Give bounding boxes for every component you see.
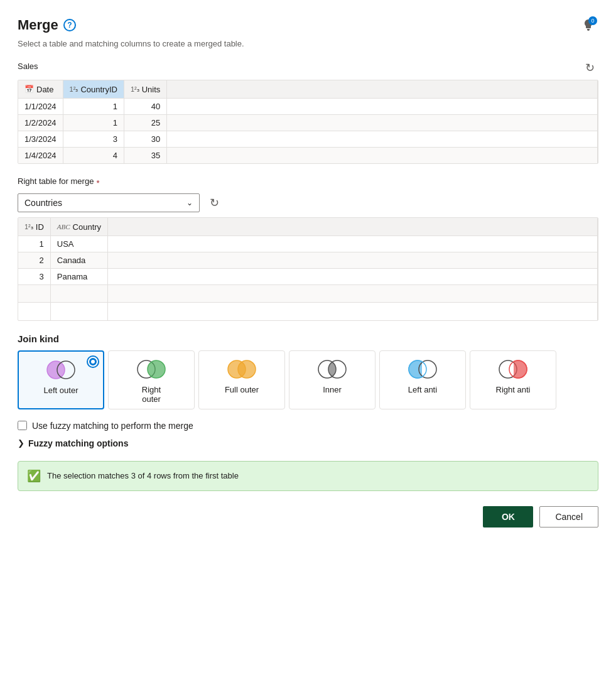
chevron-right-icon: ❯: [18, 438, 24, 448]
countries-col-id[interactable]: 1²₃ ID: [18, 218, 50, 236]
fuzzy-matching-row: Use fuzzy matching to perform the merge: [18, 421, 598, 431]
sales-col-countryid-label: CountryID: [80, 85, 117, 94]
help-icon[interactable]: ?: [63, 19, 76, 31]
success-icon: ✅: [27, 469, 41, 483]
sales-countryid-1: 1: [63, 99, 124, 115]
table-row: 1 USA: [18, 236, 598, 252]
join-label-full-outer: Full outer: [225, 385, 259, 394]
sales-empty-1: [167, 99, 598, 115]
sales-col-date[interactable]: 📅 Date: [18, 80, 63, 99]
sales-countryid-3: 3: [63, 131, 124, 148]
sales-empty-4: [167, 148, 598, 164]
sales-refresh-button[interactable]: ↻: [581, 60, 598, 76]
countries-col-empty: [108, 218, 598, 236]
table-row: [18, 285, 598, 303]
table-row: 1/4/2024 4 35: [18, 148, 598, 164]
countries-col-country[interactable]: ABC Country: [50, 218, 107, 236]
123-icon-countryid: 1²₃: [70, 85, 78, 94]
svg-point-3: [148, 360, 165, 378]
fuzzy-options-section[interactable]: ❯ Fuzzy matching options: [18, 438, 598, 448]
left-outer-venn: [43, 358, 78, 382]
footer: OK Cancel: [18, 506, 598, 527]
countries-table: 1²₃ ID ABC Country 1 USA: [18, 218, 598, 320]
countries-col-id-label: ID: [36, 222, 44, 232]
subtitle: Select a table and matching columns to c…: [18, 39, 598, 48]
join-options: Left outer Rightouter Full outer Inner: [18, 350, 598, 409]
dialog-title: Merge: [18, 17, 58, 33]
bulb-badge: 0: [588, 16, 597, 25]
ok-button[interactable]: OK: [483, 506, 533, 527]
countries-col-country-label: Country: [73, 222, 102, 232]
abc-icon-country: ABC: [57, 223, 70, 230]
join-option-right-outer[interactable]: Rightouter: [108, 350, 195, 409]
join-option-inner[interactable]: Inner: [289, 350, 376, 409]
full-outer-venn: [224, 357, 259, 381]
join-option-left-outer[interactable]: Left outer: [18, 350, 104, 409]
join-label-right-outer: Rightouter: [142, 385, 161, 404]
bulb-icon[interactable]: 0: [578, 15, 598, 35]
table-row: 1/3/2024 3 30: [18, 131, 598, 148]
sales-col-countryid[interactable]: 1²₃ CountryID: [63, 80, 124, 99]
dropdown-value: Countries: [24, 198, 62, 208]
sales-empty-3: [167, 131, 598, 148]
required-marker: *: [96, 178, 99, 188]
countries-table-wrapper: 1²₃ ID ABC Country 1 USA: [18, 217, 598, 321]
table-row: 2 Canada: [18, 252, 598, 269]
svg-point-5: [238, 360, 256, 378]
sales-table-label: Sales: [18, 62, 38, 71]
table-row: 1/2/2024 1 25: [18, 115, 598, 131]
join-label-left-anti: Left anti: [408, 385, 437, 394]
right-table-refresh-button[interactable]: ↻: [206, 195, 223, 211]
countries-id-1: 1: [18, 236, 50, 252]
join-option-full-outer[interactable]: Full outer: [198, 350, 285, 409]
fuzzy-matching-checkbox[interactable]: [18, 421, 27, 430]
right-table-label: Right table for merge: [18, 176, 94, 186]
sales-col-units[interactable]: 1²₃ Units: [124, 80, 166, 99]
123-icon-id: 1²₃: [24, 223, 33, 231]
success-message: The selection matches 3 of 4 rows from t…: [47, 471, 239, 480]
sales-date-3: 1/3/2024: [18, 131, 63, 148]
sales-countryid-4: 4: [63, 148, 124, 164]
sales-date-2: 1/2/2024: [18, 115, 63, 131]
123-icon-units: 1²₃: [131, 85, 139, 94]
right-outer-venn: [134, 357, 169, 381]
sales-col-empty: [167, 80, 598, 99]
sales-date-1: 1/1/2024: [18, 99, 63, 115]
countries-empty-3: [108, 269, 598, 285]
countries-empty-2: [108, 252, 598, 269]
sales-date-4: 1/4/2024: [18, 148, 63, 164]
join-option-right-anti[interactable]: Right anti: [470, 350, 556, 409]
left-anti-venn: [405, 357, 440, 381]
calendar-icon: 📅: [24, 85, 34, 94]
join-label-inner: Inner: [323, 385, 342, 394]
chevron-down-icon: ⌄: [186, 198, 193, 207]
sales-units-2: 25: [124, 115, 166, 131]
join-option-left-anti[interactable]: Left anti: [379, 350, 466, 409]
cancel-button[interactable]: Cancel: [539, 506, 598, 527]
selected-indicator: [88, 357, 98, 367]
sales-table-wrapper: 📅 Date 1²₃ CountryID 1²₃ Units: [18, 80, 598, 164]
countries-empty-1: [108, 236, 598, 252]
sales-units-1: 40: [124, 99, 166, 115]
countries-id-3: 3: [18, 269, 50, 285]
sales-units-4: 35: [124, 148, 166, 164]
countries-country-3: Panama: [50, 269, 107, 285]
sales-units-3: 30: [124, 131, 166, 148]
join-label-right-anti: Right anti: [496, 385, 531, 394]
sales-countryid-2: 1: [63, 115, 124, 131]
sales-empty-2: [167, 115, 598, 131]
right-anti-venn: [495, 357, 531, 381]
table-row: 3 Panama: [18, 269, 598, 285]
success-banner: ✅ The selection matches 3 of 4 rows from…: [18, 461, 598, 491]
join-label-left-outer: Left outer: [44, 386, 78, 395]
countries-country-1: USA: [50, 236, 107, 252]
table-row: [18, 303, 598, 320]
countries-country-2: Canada: [50, 252, 107, 269]
join-kind-label: Join kind: [18, 333, 598, 344]
right-table-dropdown[interactable]: Countries ⌄: [18, 193, 200, 212]
table-row: 1/1/2024 1 40: [18, 99, 598, 115]
sales-col-date-label: Date: [36, 85, 53, 94]
sales-table: 📅 Date 1²₃ CountryID 1²₃ Units: [18, 80, 598, 163]
fuzzy-matching-label[interactable]: Use fuzzy matching to perform the merge: [32, 421, 193, 431]
countries-id-2: 2: [18, 252, 50, 269]
